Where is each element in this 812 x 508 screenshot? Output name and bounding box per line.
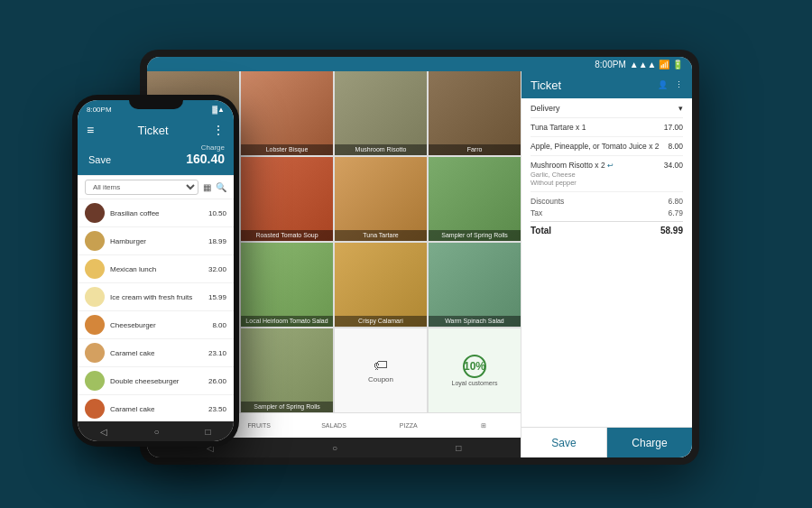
phone-back-button[interactable]: ◁ xyxy=(100,427,107,437)
food-item-farro2[interactable]: Farro xyxy=(429,71,521,155)
order-item-name: Mushroom Risotto x 2 ↩ xyxy=(531,161,614,170)
phone-screen: 8:00PM ▓▲ ≡ Ticket ⋮ Save Charge 160.40 … xyxy=(78,100,234,441)
delivery-label: Delivery xyxy=(531,104,560,113)
ticket-header: Ticket 👤 ⋮ xyxy=(521,71,692,98)
list-item[interactable]: Mexican lunch 32.00 xyxy=(78,255,234,283)
food-price: 23.50 xyxy=(208,405,226,413)
discounts-value: 6.80 xyxy=(668,197,683,206)
food-name: Brasilian coffee xyxy=(110,209,203,217)
food-item-tuna[interactable]: Tuna Tartare xyxy=(335,157,427,241)
food-name: Caramel cake xyxy=(110,349,203,357)
total-value: 58.99 xyxy=(660,226,683,236)
tab-pizza[interactable]: PIZZA xyxy=(371,420,446,430)
ticket-more-icon[interactable]: ⋮ xyxy=(675,80,683,89)
list-item[interactable]: Brasilian coffee 10.50 xyxy=(78,199,234,227)
phone-recents-button[interactable]: □ xyxy=(205,427,210,437)
food-dot xyxy=(85,231,105,251)
phone-filter-select[interactable]: All items xyxy=(85,180,198,195)
food-price: 10.50 xyxy=(208,209,226,217)
food-label: Local Heirloom Tomato Salad xyxy=(241,316,333,327)
food-dot xyxy=(85,371,105,391)
total-label: Total xyxy=(531,226,551,236)
qr-icon[interactable]: ▦ xyxy=(203,182,211,192)
ticket-footer: Save Charge xyxy=(521,427,692,457)
phone-more-icon[interactable]: ⋮ xyxy=(212,123,225,137)
food-label: Sampler of Spring Rolls xyxy=(429,230,521,241)
phone-menu-list: Brasilian coffee 10.50 Hamburger 18.99 M… xyxy=(78,199,234,421)
order-item-name: Tuna Tartare x 1 xyxy=(531,123,586,132)
ticket-header-icons: 👤 ⋮ xyxy=(658,80,683,89)
phone-header: ≡ Ticket ⋮ xyxy=(78,116,234,143)
food-item-mushroom[interactable]: Mushroom Risotto xyxy=(335,71,427,155)
recents-button[interactable]: □ xyxy=(456,443,461,453)
phone-time: 8:00PM xyxy=(87,106,112,114)
food-dot xyxy=(85,203,105,223)
food-item-tomato-soup[interactable]: Roasted Tomato Soup xyxy=(241,157,333,241)
order-item-notes: Garlic, CheeseWithout pepper xyxy=(531,171,683,187)
food-label: Crispy Calamari xyxy=(335,316,427,327)
list-item[interactable]: Cheeseburger 8.00 xyxy=(78,311,234,339)
food-name: Mexican lunch xyxy=(110,265,203,273)
search-icon[interactable]: 🔍 xyxy=(216,182,226,192)
tab-grid[interactable]: ⊞ xyxy=(446,420,521,431)
tablet-signal: ▲▲▲ 📶 🔋 xyxy=(630,60,683,69)
food-price: 23.10 xyxy=(208,349,226,357)
phone-bottom-nav: ◁ ○ □ xyxy=(78,421,234,441)
food-price: 8.00 xyxy=(212,321,226,329)
discounts-label: Discounts xyxy=(531,197,564,206)
food-item-spinach[interactable]: Warm Spinach Salad xyxy=(429,243,521,327)
food-label: Warm Spinach Salad xyxy=(429,316,521,327)
order-item-row: Tuna Tartare x 1 17.00 xyxy=(531,123,683,132)
list-item[interactable]: Caramel cake 23.50 xyxy=(78,395,234,421)
delivery-chevron[interactable]: ▾ xyxy=(678,104,683,113)
food-item-heirloom[interactable]: Local Heirloom Tomato Salad xyxy=(241,243,333,327)
home-button[interactable]: ○ xyxy=(332,443,337,453)
phone-ticket-title: Ticket xyxy=(137,124,168,137)
phone-action-bar: Save Charge 160.40 xyxy=(78,143,234,176)
tax-value: 6.79 xyxy=(668,208,683,217)
list-item[interactable]: Double cheeseburger 26.00 xyxy=(78,367,234,395)
tax-row: Tax 6.79 xyxy=(531,208,683,217)
phone-notch xyxy=(129,95,183,109)
order-item-name: Apple, Pineapple, or Tomato Juice x 2 xyxy=(531,142,660,151)
food-label: Mushroom Risotto xyxy=(335,144,427,155)
tablet-status-bar: 8:00PM ▲▲▲ 📶 🔋 xyxy=(147,57,692,71)
phone-charge-label: Charge xyxy=(122,143,225,152)
tablet-save-button[interactable]: Save xyxy=(521,428,607,457)
food-item-coupon[interactable]: 🏷 Coupon xyxy=(335,328,427,412)
undo-icon[interactable]: ↩ xyxy=(607,162,614,170)
food-dot xyxy=(85,287,105,307)
tab-salads[interactable]: SALADS xyxy=(297,420,372,430)
food-item-spring-rolls1[interactable]: Sampler of Spring Rolls xyxy=(429,157,521,241)
food-price: 26.00 xyxy=(208,377,226,385)
delivery-row: Delivery ▾ xyxy=(531,104,683,118)
food-label: Lobster Bisque xyxy=(241,144,333,155)
food-name: Caramel cake xyxy=(110,405,203,413)
food-dot xyxy=(85,399,105,419)
phone-filter-bar: All items ▦ 🔍 xyxy=(78,176,234,199)
food-item-calamari[interactable]: Crispy Calamari xyxy=(335,243,427,327)
food-item-lobster[interactable]: Lobster Bisque xyxy=(241,71,333,155)
order-item-price: 34.00 xyxy=(664,161,683,170)
list-item[interactable]: Caramel cake 23.10 xyxy=(78,339,234,367)
food-item-loyal[interactable]: 10% Loyal customers xyxy=(429,328,521,412)
food-name: Double cheeseburger xyxy=(110,377,203,385)
order-item-tuna: Tuna Tartare x 1 17.00 xyxy=(531,123,683,137)
phone-menu-icon[interactable]: ≡ xyxy=(87,123,94,137)
food-label: Farro xyxy=(429,144,521,155)
phone-home-button[interactable]: ○ xyxy=(153,427,159,437)
phone-status-icons: ▓▲ xyxy=(212,106,225,114)
tablet-charge-button[interactable]: Charge xyxy=(607,428,692,457)
ticket-person-icon[interactable]: 👤 xyxy=(658,80,668,89)
discounts-row: Discounts 6.80 xyxy=(531,197,683,206)
food-item-spring-rolls2[interactable]: Sampler of Spring Rolls xyxy=(241,328,333,412)
loyal-label: Loyal customers xyxy=(452,380,498,386)
phone-save-button[interactable]: Save xyxy=(78,143,122,175)
list-item[interactable]: Hamburger 18.99 xyxy=(78,227,234,255)
ticket-body: Delivery ▾ Tuna Tartare x 1 17.00 Apple,… xyxy=(521,98,692,427)
phone-charge-section[interactable]: Charge 160.40 xyxy=(122,143,234,175)
food-name: Ice cream with fresh fruits xyxy=(110,293,203,301)
list-item[interactable]: Ice cream with fresh fruits 15.99 xyxy=(78,283,234,311)
tax-label: Tax xyxy=(531,208,542,217)
tablet-time: 8:00PM xyxy=(595,60,625,69)
